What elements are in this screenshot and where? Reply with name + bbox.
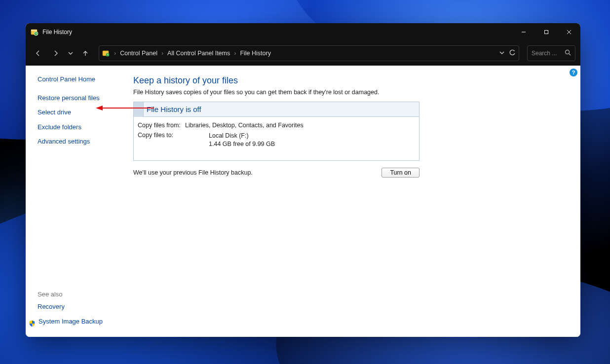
window-title: File History (42, 29, 72, 36)
svg-line-10 (569, 54, 571, 56)
sidebar-system-image-backup-link[interactable]: System Image Backup (38, 317, 103, 327)
titlebar: File History (26, 23, 580, 41)
sidebar-select-drive-link[interactable]: Select drive (38, 108, 124, 117)
file-history-status-text: File History is off (144, 105, 201, 113)
address-dropdown-button[interactable] (499, 50, 505, 57)
file-history-status-panel: File History is off Copy files from: Lib… (133, 102, 419, 161)
turn-on-button[interactable]: Turn on (381, 168, 419, 178)
see-also-heading: See also (38, 291, 124, 298)
navigation-toolbar: › Control Panel › All Control Panel Item… (26, 41, 580, 66)
chevron-right-icon: › (113, 50, 117, 57)
breadcrumb-all-items[interactable]: All Control Panel Items (167, 50, 230, 57)
close-button[interactable] (558, 23, 580, 41)
status-icon-box (134, 102, 144, 117)
breadcrumb-file-history[interactable]: File History (240, 50, 271, 57)
sidebar-exclude-folders-link[interactable]: Exclude folders (38, 122, 124, 132)
search-box[interactable]: Search ... (527, 45, 575, 61)
copy-from-value: Libraries, Desktop, Contacts, and Favori… (185, 122, 304, 129)
main-panel: ? Keep a history of your files File Hist… (124, 66, 580, 337)
control-panel-home-link[interactable]: Control Panel Home (38, 74, 124, 84)
previous-backup-message: We'll use your previous File History bac… (133, 169, 253, 176)
breadcrumb-control-panel[interactable]: Control Panel (120, 50, 157, 57)
forward-button[interactable] (48, 46, 63, 61)
address-bar[interactable]: › Control Panel › All Control Panel Item… (99, 45, 519, 61)
shield-icon (29, 320, 36, 327)
svg-rect-4 (545, 31, 548, 34)
search-icon (565, 49, 571, 57)
svg-rect-1 (31, 30, 37, 31)
page-heading: Keep a history of your files (133, 75, 572, 86)
svg-point-9 (566, 50, 570, 54)
drive-name: Local Disk (F:) (209, 132, 275, 140)
copy-to-label: Copy files to: (138, 132, 185, 139)
search-placeholder: Search ... (532, 50, 557, 57)
page-subtitle: File History saves copies of your files … (133, 89, 572, 96)
back-button[interactable] (31, 46, 45, 61)
file-history-path-icon (102, 49, 110, 57)
minimize-button[interactable] (512, 23, 535, 41)
refresh-button[interactable] (509, 49, 516, 58)
file-history-window: File History (26, 23, 580, 337)
sidebar: Control Panel Home Restore personal file… (26, 66, 124, 337)
up-button[interactable] (78, 46, 93, 61)
chevron-right-icon: › (233, 50, 237, 57)
help-icon[interactable]: ? (570, 69, 577, 76)
sidebar-advanced-settings-link[interactable]: Advanced settings (38, 137, 124, 146)
recent-locations-button[interactable] (66, 46, 75, 61)
sidebar-recovery-link[interactable]: Recovery (38, 302, 124, 312)
drive-free-space: 1.44 GB free of 9.99 GB (209, 140, 275, 148)
maximize-button[interactable] (535, 23, 558, 41)
chevron-right-icon: › (160, 50, 164, 57)
copy-from-label: Copy files from: (138, 122, 185, 129)
file-history-app-icon (31, 28, 38, 36)
content-area: Control Panel Home Restore personal file… (26, 66, 580, 337)
sidebar-restore-files-link[interactable]: Restore personal files (38, 93, 124, 103)
